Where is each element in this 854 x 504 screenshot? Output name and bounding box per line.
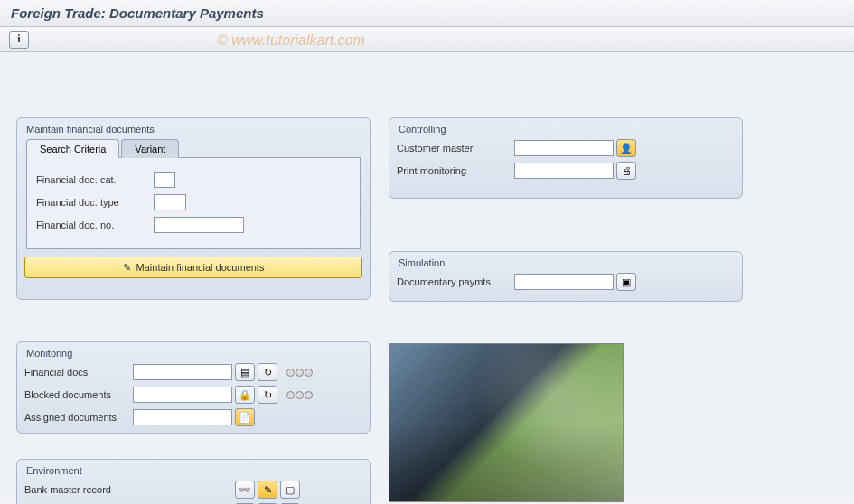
page-icon: ▢ [286, 484, 295, 496]
row-doc-no: Financial doc. no. [36, 215, 351, 235]
traffic-lights [286, 369, 313, 377]
tab-strip: Search Criteria Variant [26, 138, 361, 158]
row-blocked: Blocked documents 🔒 ↻ [24, 385, 362, 405]
refresh-icon: ↻ [264, 389, 272, 401]
tab-variant[interactable]: Variant [121, 139, 179, 158]
pencil-icon: ✎ [264, 484, 272, 496]
row-bank: Bank master record 👓 ✎ ▢ [24, 480, 362, 499]
group-maintain-title: Maintain financial documents [24, 124, 362, 135]
assign-icon-button[interactable]: 📄 [235, 408, 255, 426]
lbl-print: Print monitoring [397, 165, 514, 176]
row-assigned: Assigned documents 📄 [24, 407, 362, 427]
row-doc-type: Financial doc. type [36, 192, 351, 212]
info-icon: i [17, 33, 20, 46]
group-environment-title: Environment [24, 465, 362, 476]
row-print: Print monitoring 🖨 [397, 161, 735, 181]
refresh-icon-button[interactable]: ↻ [258, 363, 277, 381]
group-controlling-title: Controlling [397, 124, 735, 135]
lbl-docpay: Documentary paymts [397, 276, 514, 287]
edit-icon-button[interactable]: ✎ [258, 481, 277, 499]
lbl-doc-type: Financial doc. type [36, 197, 154, 208]
input-blocked[interactable] [133, 387, 232, 403]
group-simulation: Simulation Documentary paymts ▣ [389, 251, 743, 302]
group-monitoring: Monitoring Financial docs ▤ ↻ Blocked do… [16, 341, 371, 434]
input-assigned[interactable] [133, 409, 232, 425]
pencil-icon: ✎ [123, 262, 131, 274]
lbl-bank: Bank master record [24, 484, 232, 495]
execute-icon: ▣ [622, 276, 631, 288]
watermark: © www.tutorialkart.com [217, 33, 365, 49]
row-financial-docs: Financial docs ▤ ↻ [24, 362, 362, 382]
input-fin[interactable] [133, 364, 232, 380]
lbl-customer: Customer master [397, 143, 514, 154]
create-icon-button[interactable]: ▢ [280, 481, 300, 499]
glasses-icon: 👓 [239, 484, 251, 496]
lbl-doc-no: Financial doc. no. [36, 219, 154, 230]
person-icon: 👤 [620, 143, 633, 154]
list-icon-button[interactable]: ▤ [235, 363, 255, 381]
row-customer: Customer master 👤 [397, 138, 735, 158]
light-icon [286, 391, 295, 399]
decorative-image [389, 343, 624, 502]
lbl-assigned: Assigned documents [24, 412, 133, 423]
group-monitoring-title: Monitoring [24, 348, 362, 359]
refresh-icon: ↻ [264, 367, 272, 378]
input-customer[interactable] [514, 140, 614, 156]
maintain-button[interactable]: ✎ Maintain financial documents [24, 257, 362, 278]
toolbar: i © www.tutorialkart.com [0, 27, 854, 52]
light-icon [286, 369, 295, 377]
tab-search-criteria[interactable]: Search Criteria [26, 139, 119, 158]
tab-body: Financial doc. cat. Financial doc. type … [26, 158, 361, 249]
row-doc-cat: Financial doc. cat. [36, 170, 351, 190]
lbl-blocked: Blocked documents [24, 389, 133, 400]
lock-icon-button[interactable]: 🔒 [235, 386, 255, 404]
info-button[interactable]: i [9, 31, 29, 49]
lbl-doc-cat: Financial doc. cat. [36, 174, 154, 185]
group-simulation-title: Simulation [397, 257, 735, 268]
group-controlling: Controlling Customer master 👤 Print moni… [389, 117, 743, 199]
input-docpay[interactable] [514, 274, 614, 290]
list-icon: ▤ [240, 367, 249, 378]
light-icon [305, 369, 313, 377]
row-docpay: Documentary paymts ▣ [397, 272, 735, 292]
refresh2-icon-button[interactable]: ↻ [258, 386, 277, 404]
content-area: Maintain financial documents Search Crit… [0, 52, 854, 502]
group-environment: Environment Bank master record 👓 ✎ ▢ Cre… [16, 459, 371, 504]
light-icon [296, 369, 304, 377]
person-icon-button[interactable]: 👤 [616, 139, 636, 157]
input-doc-no[interactable] [154, 217, 244, 233]
assign-icon: 📄 [239, 412, 251, 424]
lbl-fin: Financial docs [24, 367, 133, 378]
light-icon [305, 391, 313, 399]
input-doc-cat[interactable] [154, 172, 175, 188]
input-doc-type[interactable] [154, 194, 186, 210]
print-icon-button[interactable]: 🖨 [616, 162, 636, 180]
light-icon [296, 391, 304, 399]
traffic-lights [286, 391, 313, 399]
display-icon-button[interactable]: 👓 [235, 481, 255, 499]
maintain-button-label: Maintain financial documents [136, 262, 265, 273]
execute-icon-button[interactable]: ▣ [616, 273, 636, 291]
printer-icon: 🖨 [622, 165, 632, 176]
page-title: Foreign Trade: Documentary Payments [0, 0, 854, 27]
lock-icon: 🔒 [239, 389, 251, 401]
group-maintain: Maintain financial documents Search Crit… [16, 117, 371, 300]
input-print[interactable] [514, 163, 614, 179]
